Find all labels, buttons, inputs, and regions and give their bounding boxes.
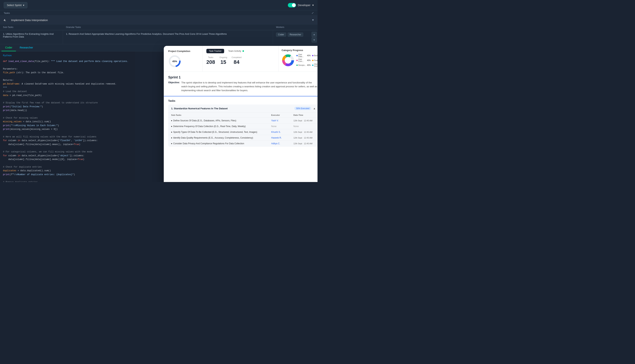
code-line: duplicates = data.duplicated().sum() xyxy=(3,169,132,172)
code-line: data = pd.read_csv(file_path) xyxy=(3,94,132,97)
code-line xyxy=(3,131,132,135)
completion-percentage: 45% xyxy=(172,60,177,63)
code-line xyxy=(3,112,132,116)
objective-row: Objective: The sprint objective is to de… xyxy=(168,81,317,92)
code-line: # Check for duplicate entries xyxy=(3,165,132,169)
category-donut-chart xyxy=(282,54,295,67)
nav-up-arrow[interactable]: ▲ xyxy=(312,32,317,37)
datetime-col-header: Date-Time xyxy=(293,114,316,116)
subtasks-col-header: Sub-Tasks xyxy=(171,114,271,116)
sprint-chevron-icon: ▾ xyxy=(23,4,24,7)
ongoing-stat-value: 15 xyxy=(220,59,227,65)
subtask-text: Consider Data Privacy And Compliance Reg… xyxy=(171,142,271,145)
code-line: # For categorical columns, we can fill m… xyxy=(3,150,132,154)
tasks-stat: Tasks 208 xyxy=(206,56,215,65)
top-bar: Select Sprint ▾ Developer ▾ xyxy=(0,0,317,10)
bullet xyxy=(171,126,172,127)
subtasks-header: Sub-Tasks xyxy=(0,24,63,30)
code-line: print(data.head()) xyxy=(3,108,132,112)
task-tracker-tab[interactable]: Task Tracker xyxy=(206,49,224,53)
code-line xyxy=(3,63,132,67)
nav-arrows: ▲ ▼ xyxy=(310,30,317,44)
task-title: Implement Data Interpretation xyxy=(11,18,309,22)
task-chevron-icon[interactable]: ▾ xyxy=(312,18,314,22)
sprint-section: Sprint 1 Objective: The sprint objective… xyxy=(164,72,317,96)
workers-header: Workers xyxy=(273,24,310,30)
code-line: missing_values = data.isnull().sum() xyxy=(3,120,132,124)
tasks-section-heading: Tasks xyxy=(168,99,317,102)
sprint-tasks-section: Tasks 1. Standardize Numerical Features … xyxy=(164,96,317,150)
activity-dot xyxy=(243,50,244,52)
table-row: Consider Data Privacy And Compliance Reg… xyxy=(168,141,317,146)
legend-pct: 40% xyxy=(307,54,311,56)
executed-badge: 50% Executed xyxy=(294,107,311,110)
task-card-header[interactable]: 1. Standardize Numerical Features In The… xyxy=(168,104,317,112)
tasks-stat-value: 208 xyxy=(206,59,215,65)
executor-name[interactable]: Aditya C. xyxy=(271,142,293,145)
sprint-select-button[interactable]: Select Sprint ▾ xyxy=(4,2,28,8)
code-line xyxy=(3,146,132,150)
legend-label: User Com... xyxy=(298,58,306,62)
subtask-text: 1. Utilize Algorithms For Extracting Ins… xyxy=(0,30,63,44)
code-line: Parameters: xyxy=(3,67,132,71)
expand-icon[interactable]: ⤢ xyxy=(312,12,314,14)
donut-container: 45% xyxy=(168,55,181,68)
project-completion-widget: Project Completion 45% xyxy=(164,46,203,72)
code-line: # Load the dataset xyxy=(3,90,132,94)
tab-coder[interactable]: Coder xyxy=(2,44,16,51)
executor-name[interactable]: Khushi S. xyxy=(271,131,293,133)
executor-none: None xyxy=(271,125,293,128)
legend-label: User Com... xyxy=(314,63,317,67)
coder-badge: Coder xyxy=(276,32,286,36)
executor-name[interactable]: Yash V. xyxy=(271,119,293,122)
completed-stat-value: 84 xyxy=(232,59,241,65)
category-progress-widget: Category Progress xyxy=(279,46,317,72)
legend-label: Feature... xyxy=(314,59,317,62)
tasks-stat-label: Tasks xyxy=(206,56,215,58)
subtasks-table: Sub-Tasks Executor Date-Time Define Sour… xyxy=(168,112,317,146)
bullet xyxy=(171,138,172,138)
subtask-text: Specify Types Of Data To Be Collected (E… xyxy=(171,131,271,133)
legend-dot xyxy=(312,64,313,66)
task-card-chevron-up[interactable]: ▲ xyxy=(313,107,316,110)
legend-item: User Data... 40% xyxy=(296,54,311,58)
code-line xyxy=(3,75,132,78)
nav-header xyxy=(310,24,317,30)
stats-row: Tasks 208 Ongoing 15 Completed 84 xyxy=(206,56,275,65)
nav-down-arrow[interactable]: ▼ xyxy=(312,37,317,42)
date-time: 12th Sept 12:45 AM xyxy=(293,131,316,133)
legend-dot xyxy=(312,55,313,56)
subtasks-table-header: Sub-Tasks Executor Date-Time xyxy=(168,112,317,118)
legend-item: User Com... 40% xyxy=(296,58,311,62)
table-row: Identify Data Quality Requirements (E.G.… xyxy=(168,135,317,141)
subtask-headers-row: Sub-Tasks Granular Tasks Workers xyxy=(0,24,317,30)
ongoing-stat-label: Ongoing xyxy=(220,56,227,58)
tasks-bar-label: Tasks xyxy=(4,12,10,14)
tab-researcher[interactable]: Researcher xyxy=(16,44,37,51)
table-row: Determine Frequency Of Data Collection (… xyxy=(168,124,317,129)
completion-donut-chart: 45% xyxy=(168,55,181,68)
datetime-none: None xyxy=(293,125,316,128)
date-time: 12th Sept 12:45 AM xyxy=(293,137,316,139)
objective-label: Objective: xyxy=(168,81,180,92)
subtask-text: Identify Data Quality Requirements (E.G.… xyxy=(171,136,271,139)
objective-text: The sprint objective is to develop and i… xyxy=(181,81,317,92)
legend-item: Devops... 40% xyxy=(296,63,311,67)
code-line: """ xyxy=(3,86,132,90)
code-line: pd.DataFrame: A cleaned DataFrame with m… xyxy=(3,82,132,86)
code-line: for column in data.select_dtypes(include… xyxy=(3,139,132,142)
completed-stat-label: Completed xyxy=(232,56,241,58)
current-task-row[interactable]: 4. Implement Data Interpretation ▾ xyxy=(0,16,317,24)
developer-chevron-icon: ▾ xyxy=(312,4,314,7)
workers-col: Coder Researcher xyxy=(273,30,310,44)
tasks-bar: Tasks ⤢ xyxy=(0,10,317,16)
category-legend: User Data... 40% Backend... 40% User Com… xyxy=(296,54,317,67)
team-activity-tab[interactable]: Team Activity xyxy=(226,49,247,53)
code-line xyxy=(3,162,132,165)
main-content: Python def load_and_clean_data(file_path… xyxy=(0,52,317,182)
code-line: # Here we will fill missing values with … xyxy=(3,135,132,139)
developer-toggle[interactable] xyxy=(288,3,296,8)
executor-col-header: Executor xyxy=(271,114,293,116)
executor-name[interactable]: Haseeb R. xyxy=(271,136,293,139)
code-line xyxy=(3,97,132,101)
